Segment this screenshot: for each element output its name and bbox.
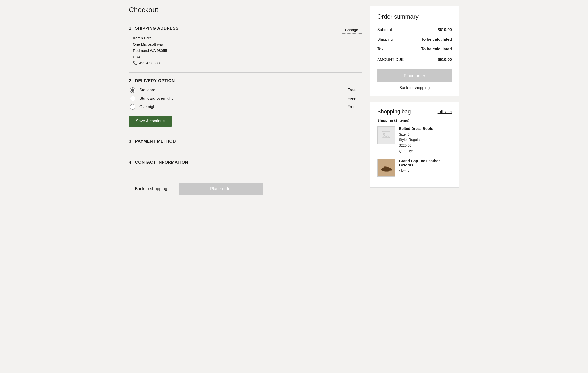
price-overnight: Free bbox=[347, 105, 362, 109]
sidebar: Order summary Subtotal $610.00 Shipping … bbox=[370, 6, 459, 188]
bag-item-name-oxfords: Grand Cap Toe Leather Oxfords bbox=[399, 159, 452, 167]
tax-row: Tax To be calculated bbox=[377, 44, 452, 54]
bag-item-size-oxfords: Size: 7 bbox=[399, 168, 452, 174]
bag-item-size-boots: Size: 6 bbox=[399, 132, 452, 137]
bag-item-details-boots: Belted Dress Boots Size: 6 Style: Regula… bbox=[399, 126, 452, 154]
delivery-section-header: 2. DELIVERY OPTION bbox=[129, 79, 362, 83]
shopping-bag-header: Shopping bag Edit Cart bbox=[377, 108, 452, 115]
shipping-address-section: 1. SHIPPING ADDRESS Change Karen Berg On… bbox=[129, 20, 362, 72]
place-order-sidebar-button[interactable]: Place order bbox=[377, 69, 452, 82]
bag-item-info-oxfords: Size: 7 bbox=[399, 168, 452, 174]
bag-item-style-boots: Style: Regular bbox=[399, 137, 452, 142]
amount-due-row: AMOUNT DUE $610.00 bbox=[377, 55, 452, 64]
shipping-items-label: Shipping (2 items) bbox=[377, 118, 452, 122]
bag-item-details-oxfords: Grand Cap Toe Leather Oxfords Size: 7 bbox=[399, 159, 452, 177]
address-country: USA bbox=[133, 54, 362, 60]
edit-cart-button[interactable]: Edit Cart bbox=[438, 110, 452, 114]
tax-label: Tax bbox=[377, 47, 383, 51]
bag-item-qty-boots: Quantity: 1 bbox=[399, 148, 452, 154]
radio-standard[interactable] bbox=[130, 87, 135, 93]
amount-due-value: $610.00 bbox=[438, 58, 452, 62]
address-block: Karen Berg One Microsoft way Redmond WA … bbox=[129, 35, 362, 66]
subtotal-label: Subtotal bbox=[377, 28, 392, 32]
order-summary-title: Order summary bbox=[377, 13, 452, 20]
delivery-options-group: Standard Free Standard overnight Free Ov… bbox=[129, 87, 362, 110]
bag-item-boots: Belted Dress Boots Size: 6 Style: Regula… bbox=[377, 126, 452, 154]
back-to-shopping-bottom-button[interactable]: Back to shopping bbox=[129, 183, 173, 195]
label-overnight: Overnight bbox=[139, 105, 343, 109]
delivery-option-section: 2. DELIVERY OPTION Standard Free Standar… bbox=[129, 72, 362, 133]
svg-rect-0 bbox=[382, 131, 390, 139]
shopping-bag-card: Shopping bag Edit Cart Shipping (2 items… bbox=[370, 102, 459, 188]
address-phone: 📞 4257058000 bbox=[133, 60, 362, 66]
shipping-label: Shipping bbox=[377, 37, 393, 42]
contact-info-section: 4. CONTACT INFORMATION bbox=[129, 154, 362, 175]
price-standard-overnight: Free bbox=[347, 96, 362, 101]
svg-point-1 bbox=[383, 133, 385, 135]
page-title: Checkout bbox=[129, 6, 362, 14]
order-summary-card: Order summary Subtotal $610.00 Shipping … bbox=[370, 6, 459, 96]
subtotal-row: Subtotal $610.00 bbox=[377, 25, 452, 35]
bag-item-image-boots bbox=[377, 126, 395, 144]
phone-icon: 📞 bbox=[133, 60, 138, 66]
bag-item-image-oxfords bbox=[377, 159, 395, 177]
change-address-button[interactable]: Change bbox=[341, 26, 362, 34]
shopping-bag-title: Shopping bag bbox=[377, 108, 411, 115]
bag-item-oxfords: Grand Cap Toe Leather Oxfords Size: 7 bbox=[377, 159, 452, 177]
back-to-shopping-sidebar-button[interactable]: Back to shopping bbox=[377, 86, 452, 90]
payment-section-header: 3. PAYMENT METHOD bbox=[129, 139, 362, 144]
shoe-image-icon bbox=[379, 163, 394, 173]
address-city-state-zip: Redmond WA 98055 bbox=[133, 47, 362, 54]
price-standard: Free bbox=[347, 88, 362, 92]
save-continue-button[interactable]: Save & continue bbox=[129, 116, 172, 127]
label-standard: Standard bbox=[139, 88, 343, 92]
delivery-option-overnight: Overnight Free bbox=[130, 104, 362, 110]
subtotal-value: $610.00 bbox=[438, 28, 452, 32]
shipping-row: Shipping To be calculated bbox=[377, 35, 452, 44]
radio-standard-overnight[interactable] bbox=[130, 96, 135, 101]
bag-item-name-boots: Belted Dress Boots bbox=[399, 126, 452, 131]
bag-item-info-boots: Size: 6 Style: Regular $220.00 Quantity:… bbox=[399, 132, 452, 154]
shipping-section-header: 1. SHIPPING ADDRESS bbox=[129, 26, 179, 31]
tax-value: To be calculated bbox=[421, 47, 452, 51]
address-name: Karen Berg bbox=[133, 35, 362, 41]
place-order-bottom-button[interactable]: Place order bbox=[179, 183, 263, 195]
amount-due-label: AMOUNT DUE bbox=[377, 58, 404, 62]
contact-section-header: 4. CONTACT INFORMATION bbox=[129, 160, 362, 165]
delivery-option-standard-overnight: Standard overnight Free bbox=[130, 96, 362, 101]
delivery-option-standard: Standard Free bbox=[130, 87, 362, 93]
payment-method-section: 3. PAYMENT METHOD bbox=[129, 133, 362, 154]
address-street: One Microsoft way bbox=[133, 41, 362, 48]
label-standard-overnight: Standard overnight bbox=[139, 96, 343, 101]
image-placeholder-icon bbox=[382, 131, 391, 140]
radio-overnight[interactable] bbox=[130, 104, 135, 110]
bottom-actions: Back to shopping Place order bbox=[129, 175, 362, 199]
bag-item-price-boots: $220.00 bbox=[399, 143, 452, 148]
shipping-value: To be calculated bbox=[421, 37, 452, 42]
